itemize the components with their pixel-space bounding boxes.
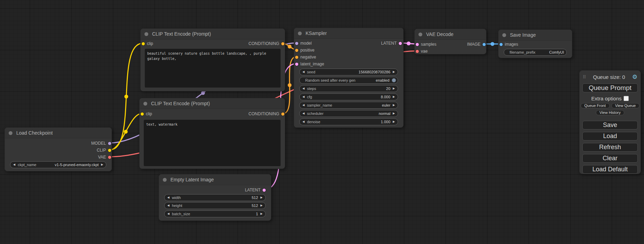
widget-decrement-icon[interactable]: ◀ xyxy=(13,163,15,166)
VAE-output-port[interactable] xyxy=(108,156,111,159)
view-queue-button[interactable]: View Queue xyxy=(611,103,640,108)
widget-decrement-icon[interactable]: ◀ xyxy=(302,112,305,115)
link-clip-positive-midpoint-dot xyxy=(124,95,128,99)
refresh-button[interactable]: Refresh xyxy=(582,143,638,152)
widget-value: 512 xyxy=(252,204,258,208)
load-button[interactable]: Load xyxy=(582,132,638,141)
node-title-bar[interactable]: CLIP Text Encode (Prompt) xyxy=(141,29,285,39)
toggle-icon[interactable] xyxy=(392,78,396,82)
node-title-bar[interactable]: CLIP Text Encode (Prompt) xyxy=(140,98,285,109)
ksampler-input-negative: negative xyxy=(294,54,403,61)
ksampler-node[interactable]: KSamplermodelpositivenegativelatent_imag… xyxy=(294,28,404,128)
save-image-node[interactable]: Save Imageimagesfilename_prefixComfyUI xyxy=(498,29,572,58)
port-label: CONDITIONING xyxy=(248,111,279,116)
clip-text-encode-negative-prompt-textarea[interactable]: text, watermark xyxy=(144,120,281,166)
save-image-input-images: images xyxy=(499,41,572,48)
widget-increment-icon[interactable]: ▶ xyxy=(393,112,395,115)
positive-input-port[interactable] xyxy=(295,49,298,52)
collapse-dot-icon[interactable] xyxy=(502,33,506,37)
collapse-dot-icon[interactable] xyxy=(144,32,148,36)
latent_image-input-port[interactable] xyxy=(295,63,298,66)
widget-value: 1.000 xyxy=(381,120,390,124)
node-title-bar[interactable]: KSampler xyxy=(294,28,403,39)
ksampler-widget-scheduler[interactable]: ◀schedulernormal▶ xyxy=(299,110,398,117)
widget-decrement-icon[interactable]: ◀ xyxy=(167,213,169,215)
collapse-dot-icon[interactable] xyxy=(163,178,167,182)
queue-prompt-button[interactable]: Queue Prompt xyxy=(582,83,638,92)
IMAGE-output-port[interactable] xyxy=(483,43,486,46)
collapse-dot-icon[interactable] xyxy=(9,131,12,135)
widget-value: 1 xyxy=(256,212,258,216)
node-title-bar[interactable]: Save Image xyxy=(499,30,572,40)
save-image-widget-filename-prefix[interactable]: filename_prefixComfyUI xyxy=(504,49,567,56)
collapse-dot-icon[interactable] xyxy=(143,102,147,106)
node-title-bar[interactable]: VAE Decode xyxy=(415,29,486,40)
collapse-dot-icon[interactable] xyxy=(298,31,302,35)
widget-decrement-icon[interactable]: ◀ xyxy=(302,120,305,123)
save-button[interactable]: Save xyxy=(582,121,638,129)
widget-increment-icon[interactable]: ▶ xyxy=(393,120,395,123)
empty-latent-image-widget-height[interactable]: ◀height512▶ xyxy=(164,202,266,209)
ksampler-widget-steps[interactable]: ◀steps20▶ xyxy=(299,85,398,92)
clip-text-encode-positive-prompt-textarea[interactable]: beautiful scenery nature glass bottle la… xyxy=(145,49,281,88)
load-checkpoint-node[interactable]: Load CheckpointMODELCLIPVAE◀ckpt_namev1-… xyxy=(5,127,112,171)
widget-decrement-icon[interactable]: ◀ xyxy=(302,96,305,98)
widget-increment-icon[interactable]: ▶ xyxy=(393,71,395,73)
queue-size-label: Queue size: 0 xyxy=(586,74,632,80)
widget-increment-icon[interactable]: ▶ xyxy=(393,87,395,90)
link-conditioning-negative-midpoint-dot xyxy=(288,83,292,87)
images-input-port[interactable] xyxy=(500,43,503,46)
ksampler-widget-sampler-name[interactable]: ◀sampler_nameeuler▶ xyxy=(299,102,398,109)
widget-increment-icon[interactable]: ▶ xyxy=(261,213,263,215)
widget-decrement-icon[interactable]: ◀ xyxy=(302,71,305,73)
node-title: VAE Decode xyxy=(426,31,453,37)
widget-increment-icon[interactable]: ▶ xyxy=(101,163,103,166)
drag-handle-icon[interactable]: ⠿ xyxy=(583,75,586,79)
load-default-button[interactable]: Load Default xyxy=(582,165,638,174)
MODEL-output-port[interactable] xyxy=(108,142,111,145)
vae-input-port[interactable] xyxy=(416,50,419,53)
vae-decode-node[interactable]: VAE DecodesamplesvaeIMAGE xyxy=(414,29,486,54)
negative-input-port[interactable] xyxy=(295,56,298,59)
ksampler-widget-denoise[interactable]: ◀denoise1.000▶ xyxy=(299,118,398,125)
clip-text-encode-negative-node[interactable]: CLIP Text Encode (Prompt)clipCONDITIONIN… xyxy=(139,98,285,169)
ksampler-widget-cfg[interactable]: ◀cfg8.000▶ xyxy=(299,93,398,100)
gear-icon[interactable]: ⚙ xyxy=(632,74,637,80)
clip-text-encode-positive-output-CONDITIONING: CONDITIONING xyxy=(141,40,285,47)
port-label: LATENT xyxy=(245,188,261,192)
port-label: IMAGE xyxy=(467,42,480,47)
widget-increment-icon[interactable]: ▶ xyxy=(261,196,263,199)
empty-latent-image-widget-width[interactable]: ◀width512▶ xyxy=(164,194,266,201)
clear-button[interactable]: Clear xyxy=(582,154,638,163)
collapse-dot-icon[interactable] xyxy=(418,33,422,36)
CONDITIONING-output-port[interactable] xyxy=(281,42,284,45)
widget-decrement-icon[interactable]: ◀ xyxy=(302,104,305,107)
widget-increment-icon[interactable]: ▶ xyxy=(393,104,395,107)
ksampler-widget-seed[interactable]: ◀seed156680208700286▶ xyxy=(299,69,398,75)
extra-options-checkbox[interactable] xyxy=(624,96,629,101)
view-history-button[interactable]: View History xyxy=(596,110,625,115)
queue-front-button[interactable]: Queue Front xyxy=(581,103,610,108)
port-label: images xyxy=(505,42,518,47)
CONDITIONING-output-port[interactable] xyxy=(281,112,284,116)
node-title-bar[interactable]: Empty Latent Image xyxy=(159,174,271,185)
CLIP-output-port[interactable] xyxy=(108,149,111,152)
empty-latent-image-node[interactable]: Empty Latent ImageLATENT◀width512▶◀heigh… xyxy=(159,174,271,221)
LATENT-output-port[interactable] xyxy=(399,42,402,45)
port-label: CONDITIONING xyxy=(248,41,279,46)
widget-decrement-icon[interactable]: ◀ xyxy=(302,87,305,90)
load-checkpoint-widget-ckpt-name[interactable]: ◀ckpt_namev1-5-pruned-emaonly.ckpt▶ xyxy=(10,161,106,168)
widget-increment-icon[interactable]: ▶ xyxy=(393,96,395,98)
empty-latent-image-widget-batch-size[interactable]: ◀batch_size1▶ xyxy=(164,210,266,217)
LATENT-output-port[interactable] xyxy=(263,189,266,192)
widget-decrement-icon[interactable]: ◀ xyxy=(167,204,169,207)
ksampler-widget-random-seed-after-every-gen[interactable]: Random seed after every genenabled xyxy=(299,77,398,84)
node-graph-canvas[interactable]: Load CheckpointMODELCLIPVAE◀ckpt_namev1-… xyxy=(0,0,644,244)
widget-label: scheduler xyxy=(307,111,324,116)
clip-text-encode-positive-node[interactable]: CLIP Text Encode (Prompt)clipCONDITIONIN… xyxy=(140,28,285,91)
widget-increment-icon[interactable]: ▶ xyxy=(261,204,263,207)
widget-value: 8.000 xyxy=(381,95,390,99)
widget-decrement-icon[interactable]: ◀ xyxy=(167,196,169,199)
node-title: Save Image xyxy=(510,32,536,38)
node-title-bar[interactable]: Load Checkpoint xyxy=(5,128,112,138)
